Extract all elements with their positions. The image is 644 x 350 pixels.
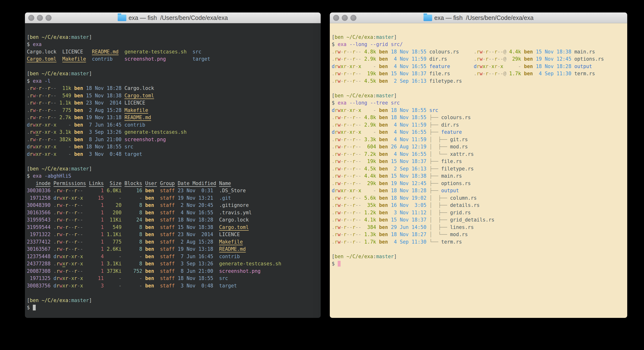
terminal-screen[interactable]: [ben ~/C/e/exa:master] $ exa --long --gr… — [330, 23, 627, 318]
minimize-button-icon[interactable] — [342, 15, 348, 21]
window-title: exa — fish /Users/ben/Code/exa/exa — [128, 14, 228, 21]
minimize-button-icon[interactable] — [37, 15, 43, 21]
close-button-icon[interactable] — [333, 15, 339, 21]
traffic-lights — [333, 12, 356, 23]
terminal-screen[interactable]: [ben ~/C/e/exa:master] $ exa Cargo.lock … — [25, 23, 321, 318]
zoom-button-icon[interactable] — [350, 15, 356, 21]
titlebar[interactable]: exa — fish /Users/ben/Code/exa/exa — [25, 12, 321, 23]
traffic-lights — [28, 12, 52, 23]
zoom-button-icon[interactable] — [46, 15, 52, 21]
window-title-group: exa — fish /Users/ben/Code/exa/exa — [118, 14, 228, 21]
desktop: { "chrome": { "traffic_lights": ["close"… — [0, 0, 644, 350]
close-button-icon[interactable] — [28, 15, 34, 21]
text-cursor — [33, 305, 36, 310]
terminal-window: exa — fish /Users/ben/Code/exa/exa [ben … — [330, 12, 627, 318]
folder-icon — [118, 14, 126, 21]
terminal-window: exa — fish /Users/ben/Code/exa/exa [ben … — [25, 12, 321, 318]
folder-icon — [424, 14, 432, 21]
text-cursor — [338, 261, 340, 266]
window-title-group: exa — fish /Users/ben/Code/exa/exa — [424, 14, 534, 21]
window-title: exa — fish /Users/ben/Code/exa/exa — [434, 14, 534, 21]
titlebar[interactable]: exa — fish /Users/ben/Code/exa/exa — [330, 12, 627, 23]
